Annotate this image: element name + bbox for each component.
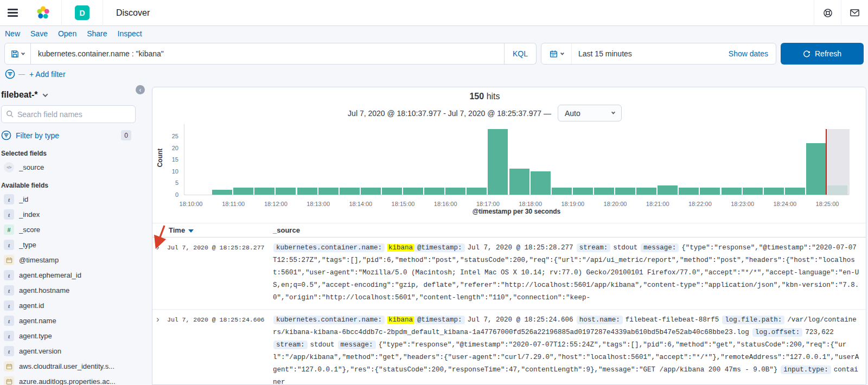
show-dates-button[interactable]: Show dates — [729, 49, 776, 58]
field-item-_id[interactable]: t_id — [1, 194, 136, 204]
histogram-bar — [276, 188, 296, 195]
query-text[interactable]: kubernetes.container.name : "kibana" — [31, 49, 504, 58]
selected-fields-list: </>_source — [1, 162, 136, 172]
histogram-bar — [636, 188, 656, 195]
field-item-agent.ephemeral_id[interactable]: tagent.ephemeral_id — [1, 270, 136, 280]
field-value-text: stdout — [310, 341, 335, 349]
histogram-bar — [297, 188, 317, 195]
interval-value: Auto — [558, 109, 612, 118]
field-name-chip: kubernetes.container.name: — [273, 243, 385, 252]
menu-item-open[interactable]: Open — [58, 29, 76, 38]
field-name-chip: @timestamp: — [414, 316, 465, 324]
refresh-button[interactable]: Refresh — [781, 43, 864, 65]
field-item-_type[interactable]: t_type — [1, 240, 136, 250]
text-field-icon: t — [4, 285, 14, 296]
filter-by-type-button[interactable]: Filter by type 0 — [1, 130, 136, 140]
field-item-agent.hostname[interactable]: tagent.hostname — [1, 285, 136, 296]
x-tick-label: 18:10:00 — [180, 201, 203, 207]
field-item-azure.auditlogs.properties.ac...[interactable]: azure.auditlogs.properties.ac... — [1, 376, 136, 385]
histogram-bar — [467, 188, 487, 195]
histogram-bar — [573, 188, 593, 195]
histogram-bar — [361, 188, 381, 195]
refresh-label: Refresh — [815, 49, 841, 58]
chevron-down-icon — [21, 51, 25, 55]
x-tick-label: 18:17:00 — [476, 201, 500, 207]
help-icon[interactable] — [814, 0, 841, 26]
hamburger-menu-icon[interactable] — [0, 0, 25, 26]
histogram-bar — [509, 169, 529, 195]
index-pattern-switcher[interactable]: filebeat-* — [1, 90, 136, 100]
expand-document-chevron[interactable]: › — [156, 315, 159, 324]
field-item-_index[interactable]: t_index — [1, 209, 136, 220]
x-tick-label: 18:18:00 — [519, 201, 542, 207]
quick-select-button[interactable] — [541, 43, 572, 64]
menu-item-inspect[interactable]: Inspect — [118, 29, 142, 38]
chevron-down-icon — [560, 51, 564, 55]
field-value-text: {"type":"response","@timestamp":"2020-07… — [273, 244, 859, 301]
hits-count: 150 — [469, 92, 484, 101]
y-axis-labels: 0510152025 — [152, 124, 178, 195]
y-tick-label: 10 — [172, 168, 178, 175]
source-cell: kubernetes.container.name:kibana@timesta… — [273, 242, 859, 304]
field-name: agent.type — [19, 332, 52, 340]
expand-document-chevron[interactable]: › — [156, 242, 159, 252]
query-bar: kubernetes.container.name : "kibana" KQL… — [4, 43, 864, 65]
mail-icon[interactable] — [841, 0, 868, 26]
histogram-bar — [764, 188, 784, 195]
histogram-bar — [233, 188, 253, 195]
y-tick-label: 15 — [172, 156, 178, 163]
discover-app-badge[interactable]: D — [75, 5, 90, 20]
field-name: _id — [19, 195, 28, 203]
y-tick-label: 20 — [172, 145, 178, 151]
fields-sidebar: filebeat-* Filter by type 0 Selected fie… — [1, 87, 136, 385]
field-item-agent.id[interactable]: tagent.id — [1, 300, 136, 311]
text-field-icon: t — [4, 300, 14, 311]
x-tick-label: 18:22:00 — [688, 201, 712, 207]
field-item-_source[interactable]: </>_source — [1, 162, 136, 172]
available-fields-list: t_idt_index#_scoret_type@timestamptagent… — [1, 194, 136, 385]
add-filter-button[interactable]: + Add filter — [29, 70, 66, 79]
x-tick-label: 18:11:00 — [222, 201, 245, 207]
column-header-time[interactable]: Time — [169, 226, 194, 234]
histogram-bar — [403, 188, 423, 195]
elastic-logo — [25, 0, 61, 26]
x-tick-label: 18:15:00 — [392, 201, 415, 207]
menu-item-share[interactable]: Share — [87, 29, 107, 38]
query-input[interactable]: kubernetes.container.name : "kibana" KQL — [31, 43, 537, 65]
field-item-aws.cloudtrail.user_identity.s...[interactable]: aws.cloudtrail.user_identity.s... — [1, 361, 136, 371]
x-tick-label: 18:14:00 — [349, 201, 372, 207]
menu-item-new[interactable]: New — [5, 29, 20, 38]
calendar-icon — [550, 50, 558, 58]
time-range-value[interactable]: Last 15 minutes — [572, 49, 729, 58]
text-field-icon: t — [4, 270, 14, 280]
y-tick-label: 5 — [175, 179, 178, 186]
field-value-text: Jul 7, 2020 @ 18:25:24.606 — [468, 316, 573, 324]
field-name: agent.name — [19, 317, 56, 325]
search-field-names-input[interactable] — [17, 110, 131, 119]
field-name: _type — [19, 241, 36, 249]
text-field-icon: t — [4, 331, 14, 341]
field-name-chip: message: — [338, 341, 376, 349]
chevron-down-icon — [611, 111, 615, 114]
field-item-agent.type[interactable]: tagent.type — [1, 331, 136, 341]
y-tick-label: 0 — [175, 191, 178, 198]
menu-item-save[interactable]: Save — [30, 29, 48, 38]
collapse-sidebar-button[interactable]: ‹ — [136, 85, 145, 94]
saved-query-button[interactable] — [4, 43, 31, 65]
histogram-bar — [212, 190, 232, 195]
field-item-@timestamp[interactable]: @timestamp — [1, 255, 136, 265]
interval-select[interactable]: Auto — [558, 105, 622, 121]
field-item-_score[interactable]: #_score — [1, 224, 136, 235]
histogram-bar — [615, 188, 635, 195]
field-item-agent.name[interactable]: tagent.name — [1, 316, 136, 326]
field-item-agent.version[interactable]: tagent.version — [1, 346, 136, 356]
time-cell: Jul 7, 2020 @ 18:25:28.277 — [167, 244, 271, 251]
field-name: agent.ephemeral_id — [19, 271, 81, 279]
date-picker: Last 15 minutes Show dates — [541, 43, 776, 65]
discover-menu: NewSaveOpenShareInspect — [5, 29, 142, 38]
histogram-bar — [658, 185, 678, 195]
filter-circle-icon[interactable] — [5, 69, 15, 79]
table-row: ›Jul 7, 2020 @ 18:25:24.606kubernetes.co… — [152, 310, 866, 385]
kql-language-button[interactable]: KQL — [504, 43, 536, 64]
field-value-text: 723,622 — [805, 329, 834, 336]
